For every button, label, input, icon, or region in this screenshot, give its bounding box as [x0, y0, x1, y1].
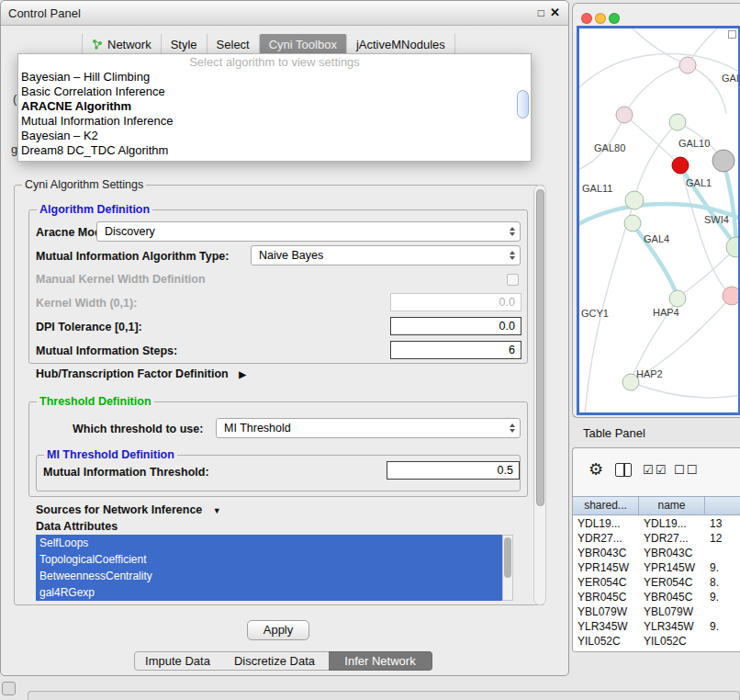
gear-icon[interactable]: ⚙	[589, 459, 603, 480]
apply-button[interactable]: Apply	[247, 620, 309, 640]
close-icon[interactable]: ✕	[550, 6, 560, 19]
select-all-checkboxes-icon[interactable]: ☑☑	[643, 463, 667, 477]
network-tab-icon	[92, 39, 103, 50]
algorithm-option[interactable]: Bayesian – Hill Climbing	[18, 70, 531, 85]
table-row[interactable]: YBR043CYBR043C	[573, 546, 740, 560]
combo-arrows-icon	[510, 227, 515, 236]
table-cell	[705, 604, 740, 619]
algorithm-option[interactable]: Mutual Information Inference	[18, 114, 531, 129]
manual-kernel-checkbox[interactable]	[507, 274, 519, 286]
network-node[interactable]	[672, 157, 689, 174]
network-node[interactable]	[669, 290, 686, 307]
column-header-partial[interactable]	[705, 497, 740, 514]
table-cell: YBL079W	[639, 604, 705, 619]
algorithm-definition-title: Algorithm Definition	[37, 203, 152, 216]
zoom-button[interactable]	[609, 13, 620, 24]
network-node[interactable]	[625, 191, 644, 209]
table-header: shared... name	[573, 496, 740, 515]
tab-discretize-data[interactable]: Discretize Data	[220, 651, 330, 671]
table-row[interactable]: YLR345WYLR345W9.	[573, 619, 740, 634]
combo-arrows-icon	[510, 423, 515, 433]
close-button[interactable]	[581, 13, 592, 24]
kernel-width-field[interactable]: 0.0	[390, 293, 521, 311]
algorithm-option[interactable]: Bayesian – K2	[18, 129, 531, 143]
control-panel-tab-bar: Network Style Select Cyni Toolbox jActiv…	[82, 34, 455, 54]
settings-scrollbar[interactable]	[533, 185, 546, 605]
columns-icon[interactable]	[615, 463, 632, 477]
minimize-button[interactable]	[595, 13, 606, 24]
popup-placeholder: Select algorithm to view settings	[18, 54, 531, 70]
table-row[interactable]: YBL079WYBL079W	[573, 604, 740, 619]
table-row[interactable]: YPR145WYPR145W9.	[573, 560, 740, 575]
table-cell: YBR043C	[639, 546, 705, 560]
tab-style[interactable]: Style	[162, 34, 207, 54]
table-row[interactable]: YIL052CYIL052C	[573, 634, 740, 649]
deselect-all-checkboxes-icon[interactable]: ☐☐	[674, 463, 699, 477]
mi-type-select[interactable]: Naive Bayes	[251, 245, 521, 265]
table-cell: YIL052C	[639, 634, 705, 649]
algorithm-option[interactable]: Dream8 DC_TDC Algorithm	[18, 143, 531, 158]
tab-cyni-toolbox[interactable]: Cyni Toolbox	[260, 34, 347, 54]
network-edge	[633, 28, 688, 65]
panel-toggle-icon[interactable]	[2, 682, 16, 695]
column-header-shared-name[interactable]: shared...	[573, 497, 639, 514]
table-row[interactable]: YDL19...YDL19...13	[573, 516, 740, 531]
sources-section-toggle[interactable]: Sources for Network Inference ▼	[36, 503, 221, 516]
table-cell: YBR045C	[639, 590, 705, 604]
overview-corner-box[interactable]	[728, 30, 736, 39]
network-node[interactable]	[712, 150, 734, 172]
aracne-mode-select[interactable]: Discovery	[96, 221, 521, 242]
column-header-name[interactable]: name	[639, 497, 705, 514]
tab-infer-network[interactable]: Infer Network	[329, 651, 432, 671]
table-cell: 8.	[705, 575, 740, 590]
algorithm-popup-list: Bayesian – Hill ClimbingBasic Correlatio…	[18, 70, 531, 158]
attribute-item[interactable]: TopologicalCoefficient	[36, 551, 502, 568]
algorithm-option[interactable]: Basic Correlation Inference	[18, 85, 531, 99]
tab-impute-data[interactable]: Impute Data	[134, 651, 221, 671]
network-node-label: GAL11	[582, 183, 612, 194]
network-viewport[interactable]: GALGAL80GAL10GAL11GAL1SWI4GAL4GCY1HAP4HA…	[577, 26, 740, 415]
tab-jactivemnodules[interactable]: jActiveMNodules	[347, 34, 455, 54]
which-threshold-select[interactable]: MI Threshold	[216, 418, 521, 438]
settings-scrollbar-thumb[interactable]	[536, 189, 544, 506]
table-cell: YDR27...	[639, 531, 705, 546]
tab-network[interactable]: Network	[82, 34, 162, 54]
hub-section-toggle[interactable]: Hub/Transcription Factor Definition ▶	[36, 367, 246, 380]
table-row[interactable]: YDR27...YDR27...12	[573, 531, 740, 546]
table-cell: YER054C	[639, 575, 705, 590]
table-cell: YIL052C	[573, 634, 639, 649]
attributes-scrollbar-thumb[interactable]	[504, 537, 511, 578]
table-row[interactable]: YER054CYER054C8.	[573, 575, 740, 590]
network-node[interactable]	[624, 215, 641, 231]
data-attributes-label: Data Attributes	[36, 520, 118, 533]
network-node[interactable]	[679, 57, 696, 73]
attributes-scrollbar[interactable]	[502, 535, 513, 601]
network-edge	[631, 382, 738, 398]
network-node-label: HAP2	[636, 368, 663, 379]
attribute-item[interactable]: gal4RGexp	[36, 584, 502, 601]
data-attributes-list: SelfLoopsTopologicalCoefficientBetweenne…	[36, 535, 502, 601]
table-cell: 9.	[705, 619, 740, 634]
popup-scrollbar-thumb[interactable]	[517, 90, 529, 119]
network-edge	[634, 122, 678, 199]
mi-threshold-field[interactable]: 0.5	[387, 461, 520, 480]
algorithm-option[interactable]: ARACNE Algorithm	[18, 99, 531, 114]
bottom-panel-edge	[28, 691, 740, 700]
network-node[interactable]	[616, 107, 633, 123]
table-row[interactable]: YBR045CYBR045C9.	[573, 590, 740, 604]
network-node[interactable]	[726, 237, 738, 257]
covered-widget-fragment: (	[13, 92, 17, 106]
mi-steps-field[interactable]: 6	[390, 341, 521, 359]
tab-select[interactable]: Select	[207, 34, 260, 54]
table-cell: 13	[705, 516, 740, 531]
dpi-tolerance-field[interactable]: 0.0	[390, 317, 521, 335]
attribute-item[interactable]: BetweennessCentrality	[36, 568, 502, 584]
dpi-tolerance-label: DPI Tolerance [0,1]:	[36, 321, 142, 333]
attribute-item[interactable]: SelfLoops	[36, 535, 502, 551]
network-node[interactable]	[723, 287, 738, 305]
network-node[interactable]	[669, 114, 686, 130]
tab-label: Network	[107, 38, 151, 51]
tab-label: Cyni Toolbox	[269, 38, 337, 51]
table-cell: YLR345W	[639, 619, 705, 634]
float-window-icon[interactable]: □	[538, 6, 544, 19]
